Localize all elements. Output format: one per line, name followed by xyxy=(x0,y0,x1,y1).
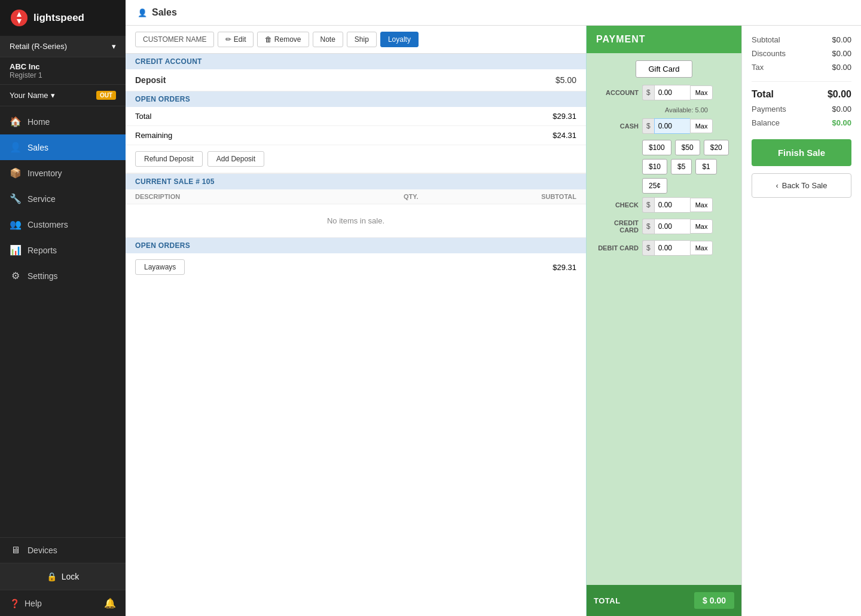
debit-card-max-button[interactable]: Max xyxy=(690,241,713,255)
sidebar-item-reports[interactable]: 📊 Reports xyxy=(0,237,126,263)
layaway-row: Layaways $29.31 xyxy=(126,253,586,281)
sidebar-item-inventory[interactable]: 📦 Inventory xyxy=(0,160,126,186)
lock-button[interactable]: 🔒 Lock xyxy=(0,563,126,590)
sidebar-item-label: Customers xyxy=(28,220,68,229)
store-selector[interactable]: Retail (R-Series) ▾ xyxy=(0,36,126,57)
cash-btn-20[interactable]: $20 xyxy=(704,140,729,155)
sidebar-nav: 🏠 Home 👤 Sales 📦 Inventory 🔧 Service 👥 C… xyxy=(0,106,126,537)
bell-icon: 🔔 xyxy=(104,597,116,609)
cash-btn-10[interactable]: $10 xyxy=(642,159,667,174)
back-chevron-icon: ‹ xyxy=(776,181,778,190)
help-left: ❓ Help xyxy=(10,599,42,608)
gift-card-row: Gift Card xyxy=(594,60,734,78)
check-label: CHECK xyxy=(594,201,639,209)
cash-input[interactable] xyxy=(654,118,690,134)
ship-button[interactable]: Ship xyxy=(347,32,377,47)
debit-card-label: DEBIT CARD xyxy=(594,244,639,252)
logo-area: lightspeed xyxy=(0,0,126,36)
sidebar-item-home[interactable]: 🏠 Home xyxy=(0,109,126,134)
tax-label: Tax xyxy=(752,63,764,72)
account-available-text: Available: 5.00 xyxy=(639,106,734,114)
col-description: DESCRIPTION xyxy=(135,193,356,200)
check-max-button[interactable]: Max xyxy=(690,198,713,212)
deposit-label: Deposit xyxy=(135,75,166,85)
payment-header: PAYMENT xyxy=(587,26,741,53)
debit-card-method-row: DEBIT CARD $ Max xyxy=(594,240,734,256)
sales-page-icon: 👤 xyxy=(138,8,147,17)
deposit-btn-row: Refund Deposit Add Deposit xyxy=(126,145,586,173)
sidebar-item-settings[interactable]: ⚙ Settings xyxy=(0,263,126,289)
subtotal-value: $0.00 xyxy=(832,35,851,44)
refund-deposit-button[interactable]: Refund Deposit xyxy=(135,151,203,167)
payment-total-row: TOTAL $ 0.00 xyxy=(587,585,741,616)
cash-max-button[interactable]: Max xyxy=(690,119,713,133)
customer-name-button[interactable]: CUSTOMER NAME xyxy=(135,32,214,47)
home-icon: 🏠 xyxy=(10,116,22,127)
sidebar-item-service[interactable]: 🔧 Service xyxy=(0,186,126,212)
user-name[interactable]: Your Name ▾ xyxy=(10,91,55,100)
back-to-sale-label: Back To Sale xyxy=(782,181,828,190)
deposit-value: $5.00 xyxy=(555,75,576,85)
edit-button[interactable]: ✏ Edit xyxy=(218,32,254,47)
payments-value: $0.00 xyxy=(832,105,851,114)
help-label: Help xyxy=(25,599,42,608)
remove-button[interactable]: 🗑 Remove xyxy=(257,32,309,47)
sale-panel: CUSTOMER NAME ✏ Edit 🗑 Remove Note Ship … xyxy=(126,26,586,616)
credit-card-input[interactable] xyxy=(654,219,690,234)
account-input[interactable] xyxy=(654,85,690,100)
note-button[interactable]: Note xyxy=(313,32,343,47)
add-deposit-button[interactable]: Add Deposit xyxy=(207,151,264,167)
payment-body: Gift Card ACCOUNT $ Max Available: 5.00 … xyxy=(587,53,741,583)
credit-card-max-button[interactable]: Max xyxy=(690,219,713,234)
check-currency: $ xyxy=(642,197,654,213)
loyalty-button[interactable]: Loyalty xyxy=(380,32,419,47)
cash-btn-5[interactable]: $5 xyxy=(671,159,692,174)
layaways-button[interactable]: Layaways xyxy=(135,259,185,275)
devices-icon: 🖥 xyxy=(10,545,22,556)
sidebar-item-devices[interactable]: 🖥 Devices xyxy=(0,538,126,563)
finish-sale-button[interactable]: Finish Sale xyxy=(752,139,851,166)
cash-row-1: $100 $50 $20 xyxy=(642,140,734,155)
credit-card-currency: $ xyxy=(642,219,654,234)
cash-btn-50[interactable]: $50 xyxy=(675,140,700,155)
sidebar-item-sales[interactable]: 👤 Sales xyxy=(0,134,126,160)
cash-btn-1[interactable]: $1 xyxy=(695,159,716,174)
summary-total-value: $0.00 xyxy=(828,89,851,100)
account-method-row: ACCOUNT $ Max xyxy=(594,85,734,100)
help-row[interactable]: ❓ Help 🔔 xyxy=(0,590,126,616)
payments-label: Payments xyxy=(752,105,786,114)
summary-total-label: Total xyxy=(752,89,774,100)
account-max-button[interactable]: Max xyxy=(690,85,713,100)
subtotal-label: Subtotal xyxy=(752,35,780,44)
cash-row-2: $10 $5 $1 xyxy=(642,159,734,174)
summary-panel: Subtotal $0.00 Discounts $0.00 Tax $0.00… xyxy=(741,26,861,616)
content-area: CUSTOMER NAME ✏ Edit 🗑 Remove Note Ship … xyxy=(126,26,861,616)
debit-card-input[interactable] xyxy=(654,240,690,256)
user-row: Your Name ▾ OUT xyxy=(0,85,126,106)
service-icon: 🔧 xyxy=(10,193,22,204)
cash-btn-100[interactable]: $100 xyxy=(642,140,671,155)
payment-panel: PAYMENT Gift Card ACCOUNT $ Max Availabl… xyxy=(586,26,741,616)
back-to-sale-button[interactable]: ‹ Back To Sale xyxy=(752,173,851,198)
reports-icon: 📊 xyxy=(10,244,22,256)
sidebar-item-customers[interactable]: 👥 Customers xyxy=(0,212,126,237)
sidebar-item-label: Inventory xyxy=(28,168,62,178)
main-area: 👤 Sales CUSTOMER NAME ✏ Edit 🗑 Remove No… xyxy=(126,0,861,616)
credit-card-method-row: CREDIT CARD $ Max xyxy=(594,219,734,234)
top-bar: 👤 Sales xyxy=(126,0,861,26)
sidebar: lightspeed Retail (R-Series) ▾ ABC Inc R… xyxy=(0,0,126,616)
check-method-row: CHECK $ Max xyxy=(594,197,734,213)
check-input[interactable] xyxy=(654,197,690,213)
sidebar-item-label: Reports xyxy=(28,246,57,255)
discounts-label: Discounts xyxy=(752,49,786,58)
debit-card-input-group: $ Max xyxy=(642,240,734,256)
cash-row-3: 25¢ xyxy=(642,178,734,194)
cash-btn-25c[interactable]: 25¢ xyxy=(642,178,667,194)
balance-row: Balance $0.00 xyxy=(752,118,851,127)
summary-total-row: Total $0.00 xyxy=(752,89,851,100)
payment-total-label: TOTAL xyxy=(594,596,621,605)
payment-total-currency: $ xyxy=(703,596,707,605)
payments-row: Payments $0.00 xyxy=(752,105,851,114)
gift-card-button[interactable]: Gift Card xyxy=(636,60,692,78)
sale-table-header: DESCRIPTION QTY. SUBTOTAL xyxy=(126,189,586,204)
